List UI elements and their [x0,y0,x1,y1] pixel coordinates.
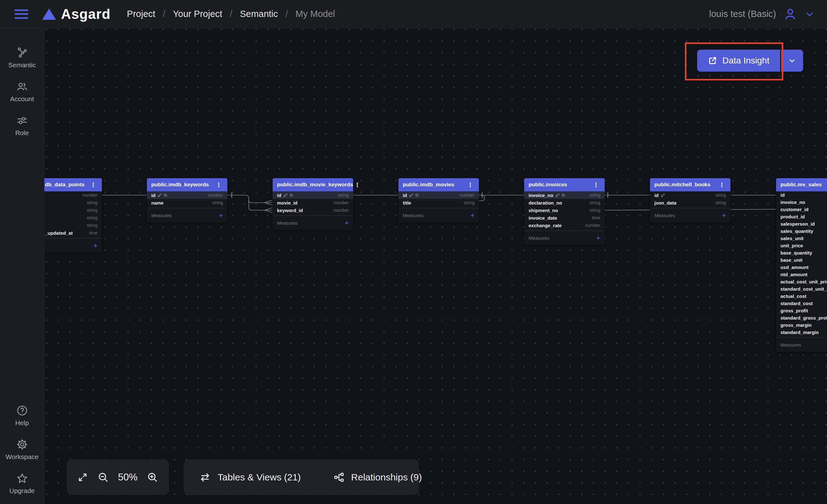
field-row[interactable]: json_datastring [650,199,730,207]
measures-row: Measures+ [273,216,353,230]
breadcrumb-project[interactable]: Project [127,9,155,19]
field-row[interactable]: sales_unit [776,235,827,242]
field-row[interactable]: exchange_ratenumber [524,222,605,229]
field-row[interactable]: usd_amount [776,264,827,271]
field-row[interactable]: _updated_attime [44,229,102,237]
field-row[interactable]: base_quantity [776,249,827,257]
table-node-header[interactable]: public.imdb_movies⋮ [398,178,479,191]
field-row[interactable]: ntd_amount [776,271,827,278]
field-row[interactable]: standard_gross_profit [776,314,827,322]
add-measure-button[interactable]: + [345,219,349,227]
field-row[interactable]: standard_margin [776,329,827,336]
field-row[interactable]: idnumber [398,191,479,199]
table-node-header[interactable]: public.imdb_keywords⋮ [147,178,227,191]
table-node-header[interactable]: public.imdb_movie_keywords⋮ [273,178,353,191]
field-row[interactable]: invoice_no [776,199,827,206]
breadcrumb-your-project[interactable]: Your Project [173,9,222,19]
field-row[interactable]: actual_cost [776,292,827,300]
zoom-in-button[interactable] [147,471,158,483]
field-name: salesperson_id [780,221,815,227]
add-measure-button[interactable]: + [596,234,600,242]
kebab-menu-icon[interactable]: ⋮ [214,181,223,188]
table-title: public.imdb_movies [403,182,454,188]
add-measure-button[interactable]: + [471,212,475,220]
field-row[interactable]: actual_cost_unit_price [776,278,827,285]
field-row[interactable]: idstring [650,191,730,199]
user-avatar-icon[interactable] [784,7,797,21]
kebab-menu-icon[interactable]: ⋮ [353,181,361,188]
data-insight-label: Data Insight [722,56,769,66]
field-row[interactable]: string [44,222,102,229]
breadcrumb-semantic[interactable]: Semantic [240,9,278,19]
field-row[interactable]: titlestring [398,199,479,207]
field-row[interactable]: id [776,191,827,199]
add-measure-button[interactable]: + [219,212,223,220]
field-row[interactable]: shipment_nostring [524,207,605,214]
table-node[interactable]: public.imdb_movie_keywords⋮idstringmovie… [273,178,353,230]
fit-view-button[interactable] [77,472,88,483]
sidebar-item-role[interactable]: Role [0,115,44,137]
field-row[interactable]: base_unit [776,257,827,264]
user-menu-chevron-icon[interactable] [805,9,815,19]
table-node[interactable]: db_data_points⋮numberstringstringstrings… [44,178,102,253]
tables-views-button[interactable]: Tables & Views (21) [199,471,301,483]
kebab-menu-icon[interactable]: ⋮ [592,181,600,188]
data-insight-button[interactable]: Data Insight [697,50,780,72]
field-row[interactable]: customer_id [776,206,827,213]
add-measure-button[interactable]: + [93,242,97,250]
field-row[interactable]: keyword_idnumber [273,207,353,214]
diagram-canvas[interactable]: db_data_points⋮numberstringstringstrings… [44,28,827,504]
relationships-label: Relationships (9) [351,472,422,483]
kebab-menu-icon[interactable]: ⋮ [718,181,726,188]
measures-row: Measures+ [524,231,605,245]
relationship-link-icon [561,193,566,197]
field-row[interactable]: declaration_nostring [524,199,605,207]
field-row[interactable]: invoice_nostring [524,191,605,199]
field-row[interactable]: string [44,199,102,207]
data-insight-dropdown-button[interactable] [781,50,803,72]
field-row[interactable]: idnumber [147,191,227,199]
sidebar-item-upgrade[interactable]: Upgrade [0,472,44,495]
sidebar-item-workspace[interactable]: Workspace [0,439,44,461]
table-node-header[interactable]: public.invoices⋮ [524,178,605,191]
hamburger-menu-icon[interactable] [14,9,28,19]
field-row[interactable]: invoice_datetime [524,214,605,222]
sidebar-item-help[interactable]: Help [0,405,44,427]
field-row[interactable]: gross_margin [776,322,827,329]
field-row[interactable]: movie_idnumber [273,199,353,207]
table-node-header[interactable]: public.mv_sales⋮ [776,178,827,191]
relationship-link-icon [415,193,419,197]
table-node[interactable]: public.imdb_movies⋮idnumbertitlestringMe… [398,178,479,222]
field-row[interactable]: string [44,207,102,214]
table-node-header[interactable]: public.mitchell_books⋮ [650,178,730,191]
field-row[interactable]: unit_price [776,242,827,249]
field-name: id [654,192,659,198]
relationships-button[interactable]: Relationships (9) [334,472,422,483]
measures-row: Measures+ [776,337,827,352]
field-row[interactable]: gross_profit [776,307,827,314]
table-node[interactable]: public.invoices⋮invoice_nostringdeclarat… [524,178,605,245]
zoom-out-button[interactable] [97,471,109,483]
field-row[interactable]: standard_cost_unit_price [776,285,827,292]
field-type: time [89,230,97,235]
sidebar-item-account[interactable]: Account [0,81,44,103]
field-row[interactable]: standard_cost [776,300,827,307]
field-row[interactable]: namestring [147,199,227,207]
add-measure-button[interactable]: + [722,212,726,220]
field-row[interactable]: sales_quantity [776,227,827,235]
table-title: public.mitchell_books [654,182,711,188]
relationships-icon [334,472,344,483]
table-node[interactable]: public.mitchell_books⋮idstringjson_datas… [650,178,730,222]
kebab-menu-icon[interactable]: ⋮ [466,181,475,188]
sidebar-item-semantic[interactable]: Semantic [0,47,44,69]
field-row[interactable]: string [44,214,102,222]
field-row[interactable]: product_id [776,213,827,220]
table-node-header[interactable]: db_data_points⋮ [44,178,102,191]
field-row[interactable]: idstring [273,191,353,199]
field-row[interactable]: salesperson_id [776,220,827,227]
kebab-menu-icon[interactable]: ⋮ [89,181,97,188]
table-node[interactable]: public.imdb_keywords⋮idnumbernamestringM… [147,178,227,222]
table-node[interactable]: public.mv_sales⋮idinvoice_nocustomer_idp… [776,178,827,352]
field-row[interactable]: number [44,191,102,199]
sidebar-item-label: Upgrade [9,487,35,495]
